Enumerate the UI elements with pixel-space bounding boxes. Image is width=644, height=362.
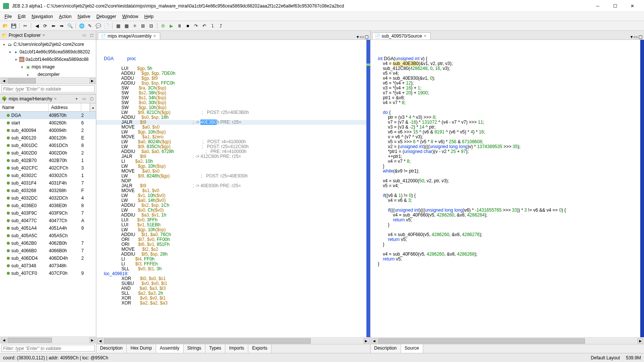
hier-row[interactable]: DGA409570h2: [0, 112, 96, 119]
bottab-exports[interactable]: Exports: [248, 344, 272, 353]
step4-icon[interactable]: ⤴: [217, 22, 225, 30]
hier-row[interactable]: sub_407CF0407CF0h9: [0, 270, 96, 277]
step2-icon[interactable]: ↶: [200, 22, 208, 30]
src-tab-close-icon[interactable]: ✕: [424, 34, 428, 38]
source-view[interactable]: int DGA(unsigned int v) { v4 = sub_40E3B…: [371, 40, 644, 337]
menu-edit[interactable]: Edit: [15, 13, 29, 20]
hier-row[interactable]: sub_4036E04036E0h8: [0, 202, 96, 209]
hier-row[interactable]: sub_4001DC4001DCh8: [0, 142, 96, 149]
hier-row[interactable]: sub_4002D04002D0h2: [0, 149, 96, 157]
world-icon[interactable]: 🌐: [78, 22, 85, 30]
hier-row[interactable]: sub_400120400120hE: [0, 134, 96, 142]
asm-hscroll[interactable]: ◀▶: [96, 337, 370, 344]
hier-row[interactable]: sub_4066B04066B0h7: [0, 247, 96, 254]
hier-row[interactable]: sub_403F9C403F9Ch7: [0, 209, 96, 217]
project-tree[interactable]: ▾🗂C:\Users\nicol\jeb2\jeb2-core2\core ▾●…: [0, 40, 96, 77]
asm-min-icon[interactable]: ▭: [360, 34, 364, 39]
hier-row[interactable]: sub_4051A44051A4h9: [0, 224, 96, 232]
menu-native[interactable]: Native: [74, 13, 93, 20]
comment-icon[interactable]: 💬: [94, 22, 102, 30]
asm-menu-icon[interactable]: ▾: [357, 34, 359, 39]
bottab-source[interactable]: Source: [401, 344, 423, 353]
bottab-strings[interactable]: Strings: [184, 344, 205, 353]
src-bottom-tabs[interactable]: DescriptionSource: [371, 344, 644, 353]
menu-action[interactable]: Action: [56, 13, 74, 20]
tab-assembly[interactable]: 📄mips image/Assembly✕: [98, 32, 160, 39]
bottab-assembly[interactable]: Assembly: [156, 344, 184, 353]
maximize-button[interactable]: ☐: [606, 0, 624, 12]
hier-row[interactable]: sub_40302C40302Ch1: [0, 172, 96, 179]
hier-row[interactable]: sub_402CFC402CFCh3: [0, 164, 96, 172]
bottab-imports[interactable]: Imports: [225, 344, 248, 353]
hier-row[interactable]: sub_40477C40477ChA: [0, 217, 96, 224]
save-icon[interactable]: 💾: [10, 22, 17, 30]
menu-navigation[interactable]: Navigation: [29, 13, 56, 20]
step3-icon[interactable]: ⤵: [209, 22, 216, 30]
hier-min-icon[interactable]: ▭: [81, 96, 87, 102]
close-button[interactable]: ✕: [624, 0, 641, 12]
menubar: FileEditNavigationActionNativeDebuggerWi…: [0, 12, 644, 21]
asm-max-icon[interactable]: ▢: [365, 34, 369, 39]
grid2-icon[interactable]: ▦: [123, 22, 130, 30]
stop-icon[interactable]: ■: [184, 22, 191, 30]
pe-hscroll[interactable]: ◀▶: [0, 77, 96, 84]
hier-close-icon[interactable]: ✕: [54, 97, 58, 101]
asm-bottom-tabs[interactable]: DescriptionHex DumpAssemblyStringsTypesI…: [96, 344, 370, 353]
minimize-button[interactable]: ─: [589, 0, 606, 12]
hier-hscroll[interactable]: ◀▶: [0, 336, 96, 343]
open-icon[interactable]: 📂: [2, 22, 9, 30]
src-menu-icon[interactable]: ▾: [630, 34, 633, 39]
grid1-icon[interactable]: ▦: [114, 22, 122, 30]
bottab-description[interactable]: Description: [96, 344, 127, 353]
step1-icon[interactable]: ↷: [192, 22, 200, 30]
tree-icon[interactable]: ⊞: [139, 22, 147, 30]
src-max-icon[interactable]: ▢: [638, 34, 642, 39]
fwd2-icon[interactable]: ➡: [58, 22, 65, 30]
pe-min-icon[interactable]: ▭: [81, 32, 87, 38]
hier-row[interactable]: sub_4032DC4032DCh4: [0, 194, 96, 202]
hier-row[interactable]: start400260h6: [0, 119, 96, 127]
pause-icon[interactable]: ⏸: [176, 22, 183, 30]
menu-file[interactable]: File: [2, 13, 15, 20]
menu-debugger[interactable]: Debugger: [93, 13, 119, 20]
pe-close-icon[interactable]: ✕: [42, 33, 47, 38]
hier-row[interactable]: sub_407348407348h: [0, 262, 96, 270]
hier-row[interactable]: sub_403268403268hF: [0, 187, 96, 194]
bottab-types[interactable]: Types: [205, 344, 225, 353]
pe-filter-input[interactable]: [1, 85, 95, 92]
hier-row[interactable]: sub_4062B04062B0h7: [0, 239, 96, 247]
hier-row[interactable]: sub_402B70402B70h1: [0, 157, 96, 164]
bottab-description[interactable]: Description: [371, 344, 401, 353]
tab-source[interactable]: 📄sub_409570/Source✕: [372, 32, 431, 39]
hier-row[interactable]: sub_4031F44031F4h7: [0, 179, 96, 187]
hier-filter-input[interactable]: [1, 345, 95, 352]
back-icon[interactable]: ◀: [33, 22, 41, 30]
expand-icon[interactable]: ⊟: [147, 22, 155, 30]
hier-menu-icon[interactable]: ▾: [73, 96, 79, 102]
cut-icon[interactable]: ✂: [21, 22, 29, 30]
code-icon[interactable]: 📄: [103, 22, 110, 30]
menu-help[interactable]: Help: [141, 13, 157, 20]
edit-icon[interactable]: ✎: [86, 22, 94, 30]
hier-max-icon[interactable]: ▢: [88, 96, 94, 102]
status-layout[interactable]: Default Layout: [591, 355, 620, 360]
src-hscroll[interactable]: ◀▶: [371, 337, 644, 344]
project-explorer-panel: 📁Project Explorer✕ ▭ ▢ ▾🗂C:\Users\nicol\…: [0, 31, 96, 94]
hier-list[interactable]: DGA409570h2start400260h6sub_400094400094…: [0, 112, 96, 336]
hier-row[interactable]: sub_400094400094h2: [0, 127, 96, 134]
src-min-icon[interactable]: ▭: [633, 34, 638, 39]
play-icon[interactable]: ▶: [167, 22, 175, 30]
pe-max-icon[interactable]: ▢: [88, 32, 94, 38]
hier-row[interactable]: sub_406DD4406DD4h2: [0, 254, 96, 262]
hier-header[interactable]: Name Address ▴: [0, 103, 96, 112]
menu-window[interactable]: Window: [119, 13, 141, 20]
hier-row[interactable]: sub_405A5C405A5Ch: [0, 232, 96, 239]
graph-icon[interactable]: ⚛: [131, 22, 138, 30]
assembly-view[interactable]: DGA proc LUI $gp, 5h ADDIU $gp, $gp, 7DE…: [96, 40, 370, 337]
bottab-hex-dump[interactable]: Hex Dump: [127, 344, 156, 353]
refresh-icon[interactable]: ⟳: [41, 22, 49, 30]
search-icon[interactable]: 🔍: [66, 22, 74, 30]
asm-tab-close-icon[interactable]: ✕: [153, 34, 158, 38]
run-icon[interactable]: ⚙: [159, 22, 167, 30]
fwd-icon[interactable]: ⬅: [50, 22, 57, 30]
